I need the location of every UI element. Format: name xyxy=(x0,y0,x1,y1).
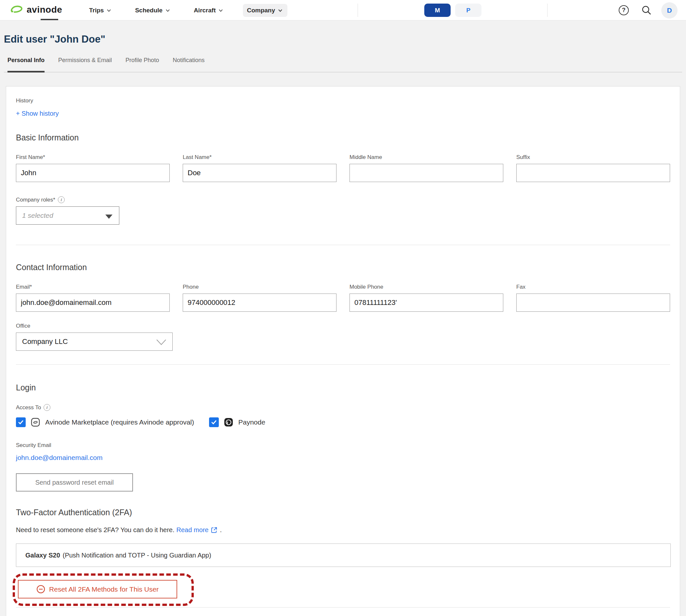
office-label: Office xyxy=(16,323,670,329)
device-detail: (Push Notification and TOTP - Using Guar… xyxy=(63,552,211,559)
tab-permissions-email[interactable]: Permissions & Email xyxy=(58,57,112,72)
company-roles-value: 1 selected xyxy=(22,212,53,219)
show-history-link[interactable]: + Show history xyxy=(16,110,59,117)
chevron-down-icon xyxy=(218,7,224,14)
reset-all-2fa-label: Reset All 2FA Methods for This User xyxy=(49,586,159,593)
header-divider xyxy=(358,4,358,17)
access-checkbox-row: Avinode Marketplace (requires Avinode ap… xyxy=(16,417,670,427)
search-icon[interactable] xyxy=(641,5,652,17)
nav-trips-label: Trips xyxy=(89,7,104,14)
chevron-down-icon xyxy=(106,7,112,14)
nav-schedule[interactable]: Schedule xyxy=(131,4,175,17)
paynode-switch-button[interactable]: P xyxy=(455,4,482,17)
info-icon[interactable]: i xyxy=(44,404,50,411)
send-password-reset-button[interactable]: Send password reset email xyxy=(16,473,133,491)
tab-profile-photo[interactable]: Profile Photo xyxy=(126,57,159,72)
email-input[interactable] xyxy=(16,293,170,312)
last-name-input[interactable] xyxy=(183,164,336,182)
nav-trips[interactable]: Trips xyxy=(85,4,116,17)
access-to-label: Access To i xyxy=(16,404,670,411)
tab-personal-info[interactable]: Personal Info xyxy=(7,57,45,72)
access-paynode-label: Paynode xyxy=(238,418,265,426)
tab-bar: Personal Info Permissions & Email Profil… xyxy=(4,57,682,72)
access-avinode-marketplace[interactable]: Avinode Marketplace (requires Avinode ap… xyxy=(16,417,194,427)
office-value: Company LLC xyxy=(22,337,68,346)
access-marketplace-label: Avinode Marketplace (requires Avinode ap… xyxy=(45,418,194,426)
access-to-label-text: Access To xyxy=(16,404,41,411)
fax-label: Fax xyxy=(516,284,670,290)
contact-information-heading: Contact Information xyxy=(16,263,670,272)
two-factor-device-row: Galaxy S20 (Push Notification and TOTP -… xyxy=(16,544,671,567)
middle-name-label: Middle Name xyxy=(350,154,503,160)
office-select[interactable]: Company LLC xyxy=(16,333,173,351)
phone-label: Phone xyxy=(183,284,336,290)
chevron-down-icon xyxy=(164,7,171,14)
minus-circle-icon xyxy=(37,585,45,594)
first-name-label: First Name* xyxy=(16,154,170,160)
name-fields-row: First Name* Last Name* Middle Name Suffi… xyxy=(16,154,670,182)
main-nav: Trips Schedule Aircraft Company xyxy=(85,0,287,21)
red-dotted-highlight-annotation: Reset All 2FA Methods for This User xyxy=(13,573,194,606)
two-factor-heading: Two-Factor Authentication (2FA) xyxy=(16,508,670,517)
login-heading: Login xyxy=(16,383,670,392)
avinode-marketplace-icon xyxy=(30,417,40,427)
nav-schedule-label: Schedule xyxy=(135,7,162,14)
company-roles-select[interactable]: 1 selected xyxy=(16,206,119,225)
suffix-input[interactable] xyxy=(516,164,670,182)
mobile-phone-input[interactable] xyxy=(350,293,503,312)
email-label: Email* xyxy=(16,284,170,290)
nav-aircraft[interactable]: Aircraft xyxy=(190,4,228,17)
middle-name-input[interactable] xyxy=(350,164,503,182)
section-divider xyxy=(16,365,670,365)
page-title: Edit user "John Doe" xyxy=(4,34,686,45)
personal-info-panel: History + Show history Basic Information… xyxy=(6,86,680,616)
fax-input[interactable] xyxy=(516,293,670,312)
section-divider xyxy=(16,245,670,245)
avinode-logo[interactable]: avinode xyxy=(10,4,62,15)
marketplace-switch-button[interactable]: M xyxy=(424,4,450,17)
checkbox-checked-icon[interactable] xyxy=(16,417,26,427)
device-name: Galaxy S20 xyxy=(25,552,60,559)
read-more-link[interactable]: Read more xyxy=(176,526,208,534)
top-nav-bar: avinode Trips Schedule Aircraft Company … xyxy=(0,0,686,21)
dropdown-arrow-icon xyxy=(105,215,112,219)
header-divider xyxy=(547,4,548,17)
two-factor-description-period: . xyxy=(220,526,222,534)
phone-input[interactable] xyxy=(183,293,336,312)
two-factor-description: Need to reset someone else's 2FA? You ca… xyxy=(16,526,670,534)
bottom-divider xyxy=(16,607,670,608)
first-name-input[interactable] xyxy=(16,164,170,182)
chevron-down-icon xyxy=(277,7,284,14)
company-roles-label-text: Company roles* xyxy=(16,197,55,203)
two-factor-description-text: Need to reset someone else's 2FA? You ca… xyxy=(16,526,174,534)
suffix-label: Suffix xyxy=(516,154,670,160)
info-icon[interactable]: i xyxy=(58,196,65,203)
paynode-icon xyxy=(224,417,234,427)
basic-information-heading: Basic Information xyxy=(16,133,670,142)
reset-all-2fa-button[interactable]: Reset All 2FA Methods for This User xyxy=(18,580,177,598)
checkbox-checked-icon[interactable] xyxy=(209,417,219,427)
nav-company-label: Company xyxy=(247,7,275,14)
user-avatar[interactable]: D xyxy=(661,2,678,19)
company-roles-label: Company roles* i xyxy=(16,196,670,203)
history-label: History xyxy=(16,97,670,104)
contact-fields-row: Email* Phone Mobile Phone Fax xyxy=(16,284,670,312)
nav-company[interactable]: Company xyxy=(243,4,287,17)
chevron-down-icon xyxy=(155,338,167,348)
access-paynode[interactable]: Paynode xyxy=(209,417,265,427)
external-link-icon[interactable] xyxy=(211,526,218,534)
nav-aircraft-label: Aircraft xyxy=(194,7,216,14)
security-email-label: Security Email xyxy=(16,442,670,448)
last-name-label: Last Name* xyxy=(183,154,336,160)
mobile-phone-label: Mobile Phone xyxy=(350,284,503,290)
brand-name: avinode xyxy=(27,4,62,15)
active-nav-indicator xyxy=(41,19,58,20)
security-email-link[interactable]: john.doe@domainemail.com xyxy=(16,454,103,462)
tab-notifications[interactable]: Notifications xyxy=(173,57,204,72)
avinode-swoosh-icon xyxy=(10,5,23,15)
help-icon[interactable]: ? xyxy=(619,5,629,15)
